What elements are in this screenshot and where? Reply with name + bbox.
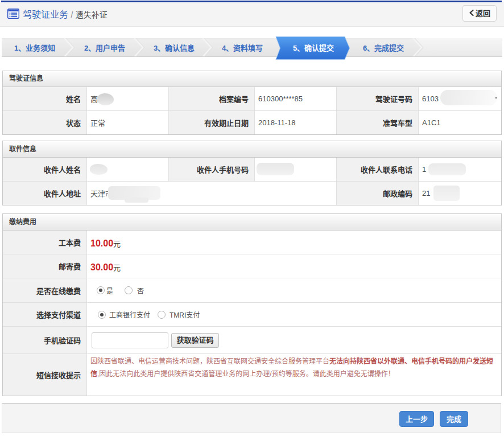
- svg-text:2、用户申告: 2、用户申告: [84, 44, 125, 52]
- svg-text:3、确认信息: 3、确认信息: [154, 44, 195, 52]
- svg-text:5、确认提交: 5、确认提交: [293, 44, 334, 52]
- svg-text:6、完成提交: 6、完成提交: [363, 44, 404, 52]
- svg-text:1、业务须知: 1、业务须知: [14, 44, 55, 52]
- svg-text:4、资料填写: 4、资料填写: [222, 44, 263, 52]
